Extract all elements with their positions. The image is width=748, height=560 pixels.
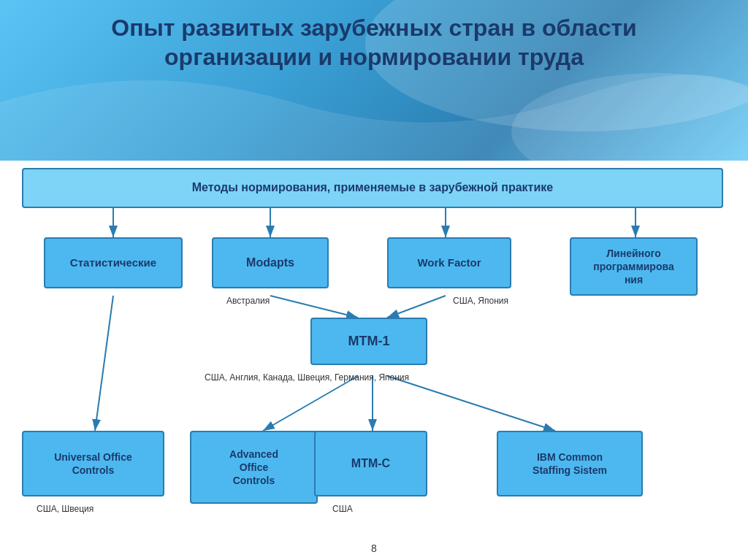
svg-line-8	[387, 296, 446, 318]
mtm1-box: МТМ-1	[310, 318, 427, 365]
page-title: Опыт развитых зарубежных стран в области…	[0, 0, 748, 79]
lineynogo-box: Линейного программирова ния	[570, 237, 698, 296]
label-usa-sweden: США, Швеция	[37, 504, 94, 514]
ibm-box: IBM Common Staffing Sistem	[497, 431, 643, 496]
svg-line-12	[387, 376, 555, 431]
slide: Опыт развитых зарубежных стран в области…	[0, 0, 748, 560]
mtmc-box: МТМ-С	[314, 431, 427, 496]
statisticheskie-box: Статистические	[44, 237, 183, 288]
modapts-box: Modapts	[212, 237, 329, 288]
svg-line-7	[270, 296, 358, 318]
svg-line-9	[95, 296, 113, 431]
label-australia: Австралия	[226, 296, 270, 306]
work-factor-box: Work Factor	[387, 237, 511, 288]
svg-line-10	[263, 376, 358, 431]
methods-box: Методы нормирования, применяемые в заруб…	[22, 168, 723, 208]
label-usa: США	[332, 504, 353, 514]
page-number: 8	[371, 542, 377, 554]
aoc-box: Advanced Office Controls	[190, 431, 318, 504]
label-usa-japan: США, Япония	[453, 296, 508, 306]
content-area: Методы нормирования, применяемые в заруб…	[0, 161, 748, 560]
label-usa-countries: США, Англия, Канада, Швеция, Германия, Я…	[205, 372, 409, 383]
uoc-box: Universal Office Controls	[22, 431, 164, 496]
header-area: Опыт развитых зарубежных стран в области…	[0, 0, 748, 161]
